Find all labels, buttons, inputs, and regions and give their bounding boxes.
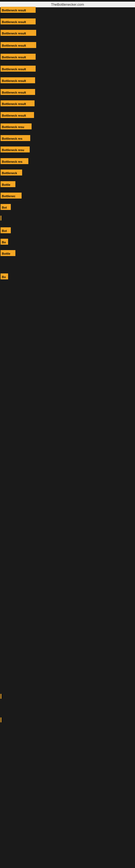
- bottleneck-result-badge[interactable]: Bo: [1, 273, 8, 279]
- bottleneck-result-badge[interactable]: Bottle: [1, 181, 15, 187]
- bottleneck-result-badge[interactable]: Bottleneck result: [1, 89, 35, 95]
- bottleneck-result-badge[interactable]: Bottleneck res: [1, 135, 30, 141]
- bottleneck-result-badge[interactable]: Bottleneck result: [1, 112, 34, 118]
- bottleneck-result-badge[interactable]: Bottleneck result: [1, 54, 36, 60]
- bottleneck-result-badge[interactable]: Bottleneck result: [1, 66, 36, 72]
- bottleneck-result-badge[interactable]: Bot: [1, 227, 11, 233]
- site-title-bar: TheBottlenecker.com: [0, 2, 135, 7]
- bottleneck-thin-indicator: [1, 694, 1, 699]
- site-title-text: TheBottlenecker.com: [51, 2, 84, 6]
- bottleneck-result-badge[interactable]: Bottleneck result: [1, 77, 35, 83]
- bottleneck-result-badge[interactable]: Bottle: [1, 250, 15, 256]
- bottleneck-result-badge[interactable]: Bottleneck result: [1, 100, 35, 106]
- bottleneck-thin-indicator: [1, 717, 1, 722]
- bottleneck-result-badge[interactable]: Bottleneck resu: [1, 123, 32, 129]
- bottleneck-result-badge[interactable]: Bo: [1, 239, 8, 245]
- bottleneck-result-badge[interactable]: Bottleneck result: [1, 7, 36, 13]
- bottleneck-result-badge[interactable]: Bottlenec: [1, 193, 21, 198]
- bottleneck-result-badge[interactable]: Bot: [1, 204, 11, 210]
- bottleneck-result-badge[interactable]: Bottleneck result: [1, 42, 36, 48]
- bottleneck-result-badge[interactable]: Bottleneck res: [1, 158, 28, 164]
- bottleneck-result-badge[interactable]: Bottleneck resu: [1, 147, 30, 152]
- bottleneck-thin-indicator: [1, 216, 1, 220]
- bottleneck-result-badge[interactable]: Bottleneck result: [1, 19, 36, 24]
- bottleneck-result-badge[interactable]: Bottleneck result: [1, 30, 36, 36]
- bottleneck-result-badge[interactable]: Bottleneck: [1, 169, 22, 176]
